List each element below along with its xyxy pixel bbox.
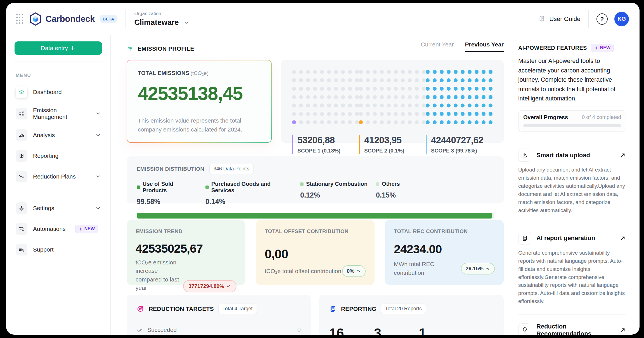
org-switcher[interactable]: Organization Climateware — [134, 11, 190, 27]
brand-logo[interactable]: Carbondeck BETA — [29, 12, 117, 26]
trend-change-value: 37717294.89% — [188, 283, 224, 289]
tab-previous-year[interactable]: Previous Year — [465, 41, 504, 52]
data-points-badge: 346 Data Points — [209, 164, 254, 174]
sidebar-item-reduction-plans[interactable]: Reduction Plans — [15, 169, 102, 184]
app-launcher-icon[interactable] — [16, 14, 23, 24]
legend-swatch — [205, 186, 209, 189]
trend-down-icon — [16, 171, 27, 182]
sidebar-item-label: Reduction Plans — [33, 173, 76, 180]
divider — [518, 223, 626, 223]
new-badge-label: NEW — [600, 45, 610, 50]
legend-swatch — [137, 186, 140, 189]
section-title-label: EMISSION PROFILE — [138, 45, 194, 52]
help-label: ? — [600, 16, 604, 22]
legend-value: 99.58% — [137, 198, 199, 206]
beta-badge: BETA — [100, 15, 117, 23]
new-badge-label: NEW — [84, 226, 95, 231]
data-entry-button[interactable]: Data entry — [15, 41, 102, 55]
feature-ai-report-generation[interactable]: AI report generation Generate comprehens… — [518, 232, 626, 306]
legend-label: Purchased Goods and Services — [211, 181, 293, 194]
divider — [13, 62, 103, 62]
divider — [13, 190, 103, 190]
sidebar-item-dashboard[interactable]: Dashboard — [15, 84, 102, 100]
legend-value: 0.15% — [376, 191, 432, 199]
scope3-stat: 42440727,62 SCOPE 3 (99.78%) — [426, 135, 493, 154]
data-entry-label: Data entry — [41, 45, 68, 51]
arrow-up-right-icon[interactable] — [620, 152, 626, 158]
legend-swatch — [376, 182, 379, 186]
emission-profile-title: EMISSION PROFILE — [127, 45, 194, 52]
avatar-initials: KG — [617, 16, 626, 22]
total-offset-card: TOTAL OFFSET CONTRIBUTION 0,00 tCO₂e tot… — [256, 220, 375, 285]
scope1-dot-grid — [292, 70, 359, 124]
feature-description: Generate comprehensive sustainability re… — [518, 249, 626, 306]
ai-panel-title: AI-POWERED FEATURES — [518, 45, 587, 51]
arrow-up-right-icon[interactable] — [620, 235, 626, 241]
target-status-count: 0 — [297, 326, 301, 334]
app-window: Carbondeck BETA Organization Climateware… — [6, 3, 640, 335]
calculator-icon — [16, 108, 27, 119]
feature-title: Reduction Recommendations — [536, 323, 615, 335]
help-button[interactable]: ? — [596, 13, 608, 25]
legend-value: 0.12% — [300, 191, 369, 199]
distribution-title: EMISSION DISTRIBUTION — [137, 166, 204, 172]
double-check-icon — [137, 327, 143, 333]
top-bar: Carbondeck BETA Organization Climateware… — [6, 3, 640, 35]
org-label: Organization — [134, 11, 190, 17]
scope1-stat: 53206,88 SCOPE 1 (0.13%) — [292, 135, 359, 154]
sprout-icon — [127, 45, 134, 52]
rec-label: TOTAL REC CONTRIBUTION — [394, 228, 495, 234]
arrow-up-right-icon[interactable] — [620, 327, 626, 333]
progress-status: 0 of 4 completed — [582, 114, 621, 120]
scope3-dot-grid — [426, 70, 493, 124]
feature-reduction-recommendations[interactable]: Reduction Recommendations Upload any doc… — [518, 323, 626, 335]
scope1-label: SCOPE 1 (0.13%) — [297, 148, 359, 154]
ai-features-panel: AI-POWERED FEATURES NEW Master our AI-po… — [513, 35, 640, 335]
tab-current-year[interactable]: Current Year — [421, 41, 454, 52]
total-emissions-label: TOTAL EMISSIONS — [138, 70, 189, 76]
offset-sub-text: tCO₂e total offset contribution — [265, 267, 341, 275]
sidebar-item-label: Reporting — [33, 152, 58, 159]
plus-icon — [70, 45, 76, 51]
chevron-down-icon — [95, 111, 101, 116]
avatar[interactable]: KG — [614, 12, 629, 26]
scope2-dot-grid — [359, 70, 426, 124]
sidebar-item-reporting[interactable]: Reporting — [15, 148, 102, 163]
divider — [126, 10, 126, 28]
user-guide-label: User Guide — [549, 15, 580, 23]
scope3-value: 42440727,62 — [431, 135, 493, 145]
sidebar-item-settings[interactable]: Settings — [15, 201, 102, 216]
sidebar-item-support[interactable]: Support — [15, 242, 102, 257]
sidebar-item-label: Automations — [33, 226, 66, 232]
legend-label: Use of Sold Products — [143, 181, 199, 194]
rec-change-value: 26.15% — [466, 266, 484, 272]
targets-total-badge: Total 4 Target — [218, 304, 257, 314]
trend-up-icon — [226, 284, 231, 288]
lightbulb-icon — [518, 323, 531, 335]
legend-item: Purchased Goods and Services 0.14% — [205, 181, 293, 206]
chevron-down-icon[interactable] — [184, 20, 190, 26]
documents-icon — [329, 305, 337, 313]
divider — [518, 314, 626, 314]
trend-sub-text: tCO₂e emission increase compared to last… — [136, 258, 183, 292]
gear-icon — [16, 202, 27, 214]
emission-trend-card: EMISSION TREND 42535025,67 tCO₂e emissio… — [127, 220, 245, 285]
feature-description: Upload any document and let AI extract e… — [518, 166, 626, 214]
trend-label: EMISSION TREND — [136, 228, 236, 234]
legend-label: Others — [382, 181, 400, 187]
legend-item: Stationary Combustion 0.12% — [300, 181, 369, 206]
total-emissions-description: This emission value represents the total… — [138, 116, 261, 134]
user-guide-button[interactable]: User Guide — [538, 15, 580, 23]
sidebar-item-label: Analysis — [33, 132, 55, 139]
feature-smart-data-upload[interactable]: Smart data upload Upload any document an… — [518, 149, 626, 214]
main-content: EMISSION PROFILE Current Year Previous Y… — [111, 35, 513, 335]
sparkle-icon — [79, 227, 83, 231]
sidebar-item-emission-management[interactable]: Emission Management — [15, 105, 102, 122]
scope2-value: 41203,95 — [364, 135, 426, 145]
sidebar-item-label: Emission Management — [33, 107, 90, 120]
total-emissions-value: 42535138,45 — [138, 83, 261, 104]
sidebar-item-analysis[interactable]: Analysis — [15, 128, 102, 143]
total-rec-card: TOTAL REC CONTRIBUTION 24234.00 MWh tota… — [385, 220, 504, 285]
divider — [588, 10, 589, 28]
sidebar-item-automations[interactable]: Automations NEW — [15, 221, 102, 236]
